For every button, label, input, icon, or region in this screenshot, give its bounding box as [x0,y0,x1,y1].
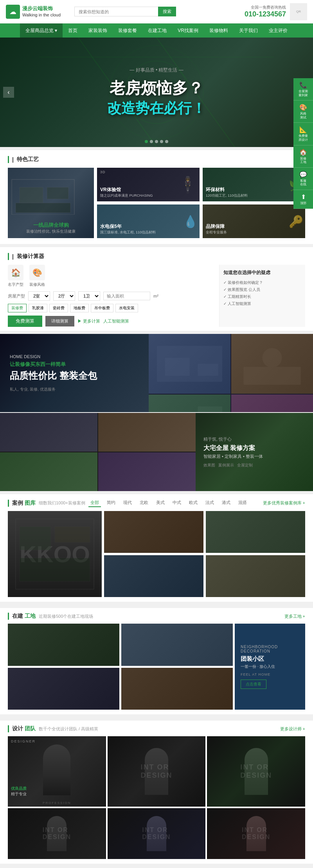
construction-img-1[interactable] [8,624,119,666]
case-item-1[interactable] [104,511,203,553]
sidebar-item-site[interactable]: 🏠 装修工地 [293,145,313,168]
svg-rect-18 [55,527,90,542]
cases-header-left: 案例 图库 细数我们1000+装修案例 全部 简约 现代 北欧 美式 中式 欧式… [8,499,249,507]
calc-tag-renovation[interactable]: 装修费 [8,304,27,312]
feature-extra-title: 品牌保障 [206,223,302,230]
feature-main[interactable]: 一线品牌全球购 装修治性价比, 快乐生活健康 [8,168,94,238]
nav-item-all[interactable]: 全屋商品总览 ▾ [20,23,63,38]
team-badge2: 精于专业 [11,791,27,797]
team-member-3-bg: INT ORDESIGN [207,736,305,807]
nav-item-home[interactable]: 首页 [63,23,83,38]
nav-item-construction[interactable]: 在建工地 [142,23,172,38]
home-img-3 [149,395,230,412]
cases-tab-american[interactable]: 美式 [154,499,167,507]
calc-bath-select[interactable]: 1卫2卫 [78,291,100,301]
nav-item-materials[interactable]: 装修物料 [204,23,234,38]
team-member-2[interactable]: INT ORDESIGN [108,736,206,807]
calc-tag-floor[interactable]: 地板费 [70,304,89,312]
full-room-tag-3: 全屋定制 [237,463,253,468]
construction-img-3[interactable] [8,668,119,710]
paint-label: 装修风格 [29,282,45,287]
cases-tab-european[interactable]: 欧式 [187,499,200,507]
construction-more-link[interactable]: 更多工地 + [284,613,305,619]
full-room-title: 精于筑, 悦于心 [203,436,305,442]
features-title: | 特色工艺 [8,156,305,163]
team-overlay-info: 优良品质 精于专业 [11,786,27,797]
sidebar-item-style[interactable]: 🎨 风格测试 [293,100,313,123]
calc-rooms-select[interactable]: 2室3室1室 [28,291,50,301]
feature-env[interactable]: 🌿 环保材料 120功能工艺, 110信品材料 [203,168,305,201]
calc-tag-water[interactable]: 水电安装 [115,304,138,312]
nav-item-about[interactable]: 关于我们 [234,23,263,38]
room-svg-2 [231,334,313,394]
sidebar-item-design[interactable]: 📐 免费量房设计 [293,123,313,145]
banner-content: — 好事品质 • 精墅生活 — 老房烦恼多？ 改造势在必行！ [107,67,206,118]
calc-tag-ceiling[interactable]: 吊中板费 [91,304,113,312]
banner-dot-1[interactable] [145,140,148,143]
calc-halls-select[interactable]: 2厅1厅 [53,291,75,301]
full-room-tag-2: 案例展示 [218,463,234,468]
banner-dot-4[interactable] [160,140,163,143]
banner-prev-button[interactable]: ‹ [3,87,14,98]
cases-tab-nordic[interactable]: 北欧 [138,499,150,507]
feature-water[interactable]: 💧 水电保5年 国三级标准, 水电工程, 110信品材料 [97,204,200,238]
cases-tab-simple[interactable]: 简约 [105,499,117,507]
construction-img-4[interactable] [121,668,233,710]
sidebar-item-measure[interactable]: 📞 全屋测量到家 [293,78,313,100]
banner-dot-3[interactable] [155,140,158,143]
vr-person-icon: 🕴 [178,176,198,194]
cases-tab-mixed[interactable]: 混搭 [236,499,249,507]
cases-tab-chinese[interactable]: 中式 [171,499,183,507]
nav-item-vr[interactable]: VR找案例 [172,23,204,38]
team-more-link[interactable]: 更多设计师 + [280,726,305,732]
case-item-2[interactable] [104,555,203,597]
logo-main-text: 漫步云端装饰 [22,5,61,12]
cases-tab-all[interactable]: 全部 [88,499,101,507]
cases-tab-french[interactable]: 法式 [203,499,216,507]
calc-tag-tile[interactable]: 瓷砖费 [49,304,68,312]
team-main-member[interactable]: DESIGNER 优良品质 精于专业 PROFESSION [8,736,106,807]
construction-card-button[interactable]: 点击查看 [241,680,266,689]
nav-bar: 全屋商品总览 ▾ 首页 家装装饰 装修套餐 在建工地 VR找案例 装修物料 关于… [0,23,313,38]
sidebar-item-service[interactable]: 💬 客服在线 [293,168,313,190]
team-member-3[interactable]: INT ORDESIGN [207,736,305,807]
nav-item-reviews[interactable]: 业主评价 [263,23,293,38]
banner-dot-2[interactable] [150,140,153,143]
sidebar-item-top[interactable]: ⬆ 顶部 [293,190,313,209]
team-member-6[interactable]: INT ORDESIGN [207,808,305,859]
cases-tab-modern[interactable]: 现代 [121,499,134,507]
banner-dot-5[interactable] [165,140,168,143]
calc-tag-paint[interactable]: 乳胶漆 [29,304,47,312]
nav-item-decoration[interactable]: 家装装饰 [83,23,113,38]
construction-img-2[interactable] [121,624,233,666]
calc-main: 🏠 名字产型 🎨 装修风格 房屋产型 2室3室1室 2厅1厅 1卫2卫 [8,265,305,327]
style-icon: 🎨 [299,104,307,111]
search-input[interactable] [74,7,158,16]
gap-1 [0,147,313,150]
calc-area-input[interactable] [103,292,150,300]
calc-more-link[interactable]: ▶ 更多计算 [77,318,100,324]
features-section: | 特色工艺 一线品牌全球购 装修治性价比, 快乐生活健康 🕴 3D VR体验馆 [0,150,313,244]
cases-more-link[interactable]: 更多优秀装修案例库 + [263,500,305,506]
team-member-5[interactable]: INT ORDESIGN [108,808,206,859]
calc-detail-button[interactable]: 详细测算 [45,316,74,326]
calc-ai-link[interactable]: 人工智能测算 [103,318,129,324]
team-member-4[interactable]: INT ORDESIGN [8,808,106,859]
case-main-image[interactable]: KKOO [8,511,102,597]
svg-rect-13 [243,367,300,385]
calc-title-bar: | [12,253,14,260]
gap-5 [0,602,313,605]
nav-item-package[interactable]: 装修套餐 [113,23,142,38]
case-item-3[interactable] [206,511,305,553]
case-item-4[interactable] [206,555,305,597]
full-room-main: 大宅全屋 装修方案 [203,444,305,452]
home-img-4: 其它人气 [231,395,313,412]
feature-extra[interactable]: 🔑 品牌保障 全程专业服务 [203,204,305,238]
cases-tab-hk[interactable]: 港式 [220,499,232,507]
team-section: 设计 团队 数千个全优设计团队 / 高级精英 更多设计师 + DESIGNER … [0,721,313,864]
feature-vr[interactable]: 🕴 3D VR体验馆 随之以约成单满意 PURCHASING [97,168,200,201]
search-button[interactable]: 搜索 [158,7,176,16]
calc-free-button[interactable]: 免费测算 [8,316,42,327]
gap-3 [0,331,313,334]
svg-point-12 [263,348,282,368]
